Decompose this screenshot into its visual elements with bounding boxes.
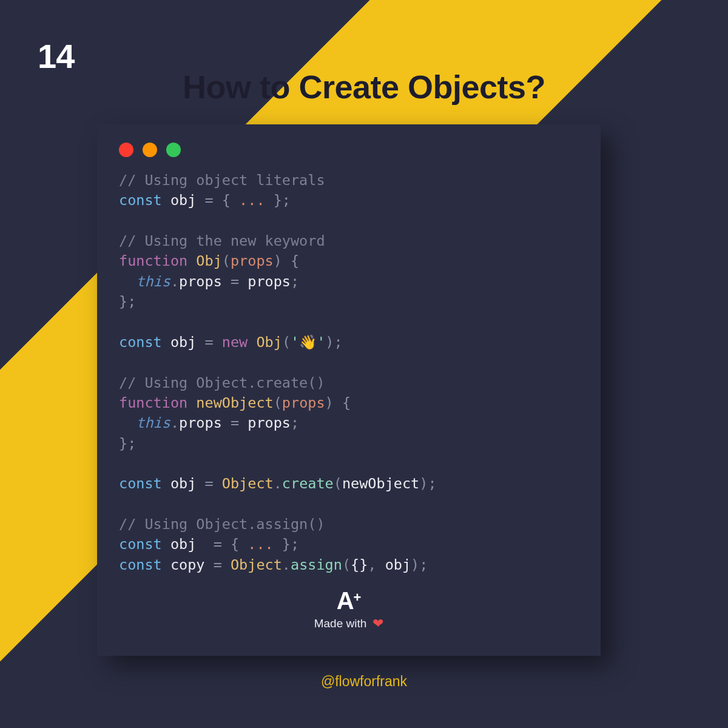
logo-plus: + [354, 590, 362, 605]
code-keyword: function [119, 252, 187, 269]
wave-emoji-icon: 👋 [299, 334, 317, 351]
code-punc: . [170, 414, 179, 431]
code-punc: ); [411, 556, 428, 573]
code-method: assign [291, 556, 342, 573]
code-punc: ) [325, 394, 334, 411]
code-punc: ( [222, 252, 231, 269]
code-var: copy [170, 556, 205, 573]
code-spread: ... [239, 192, 265, 209]
code-class: Object [222, 475, 274, 492]
code-var: obj [170, 334, 196, 351]
code-punc: . [282, 556, 291, 573]
code-punc: ( [282, 334, 291, 351]
code-punc: = { [196, 192, 239, 209]
code-arg: newObject [342, 475, 419, 492]
code-punc: ); [419, 475, 436, 492]
code-punc: . [274, 475, 282, 492]
code-punc: ); [325, 334, 342, 351]
code-space [248, 334, 256, 351]
social-handle: @flowforfrank [0, 673, 728, 690]
code-punc: }; [265, 192, 291, 209]
footer-logo: A+ [337, 587, 362, 615]
code-comment: // Using Object.create() [119, 374, 325, 391]
code-prop: props [248, 414, 291, 431]
code-punc: = { [205, 536, 248, 553]
logo-letter: A [337, 587, 352, 615]
code-punc: = [205, 556, 231, 573]
code-punc: = [222, 414, 248, 431]
code-punc: ; [291, 273, 299, 290]
minimize-icon [143, 143, 157, 157]
code-punc: { [334, 394, 351, 411]
footer: A+ Made with ❤ [119, 587, 579, 632]
code-punc: ; [291, 414, 299, 431]
footer-made-with: Made with ❤ [119, 616, 579, 632]
code-fn-name: newObject [196, 394, 273, 411]
code-var: obj [170, 536, 205, 553]
window-controls [119, 143, 579, 157]
code-punc: ) [274, 252, 282, 269]
code-method: create [282, 475, 334, 492]
code-keyword: const [119, 334, 162, 351]
code-punc: . [170, 273, 179, 290]
made-with-text: Made with [314, 617, 367, 630]
code-arg: obj [385, 556, 411, 573]
code-prop: props [179, 273, 222, 290]
code-keyword: new [222, 334, 248, 351]
code-keyword: function [119, 394, 187, 411]
code-param: props [282, 394, 325, 411]
code-spread: ... [248, 536, 273, 553]
code-class: Obj [256, 334, 281, 351]
code-keyword: const [119, 536, 162, 553]
code-var: obj [170, 192, 196, 209]
page-title: How to Create Objects? [0, 68, 728, 106]
code-this: this [136, 273, 170, 290]
code-keyword: const [119, 192, 162, 209]
code-keyword: const [119, 475, 162, 492]
code-punc: { [282, 252, 299, 269]
code-punc: = [196, 475, 221, 492]
code-punc: }; [119, 435, 136, 452]
code-prop: props [179, 414, 222, 431]
code-punc: ( [342, 556, 351, 573]
code-string: ' [317, 334, 325, 351]
code-block: // Using object literals const obj = { .… [119, 170, 579, 575]
code-punc: }; [119, 293, 136, 310]
code-window: // Using object literals const obj = { .… [97, 124, 601, 656]
heart-icon: ❤ [372, 616, 383, 632]
code-comment: // Using the new keyword [119, 232, 325, 249]
code-this: this [136, 414, 170, 431]
code-punc: ( [334, 475, 342, 492]
code-prop: props [248, 273, 291, 290]
code-param: props [231, 252, 274, 269]
code-arg: {} [351, 556, 368, 573]
code-punc: , [368, 556, 385, 573]
close-icon [119, 143, 133, 157]
code-keyword: const [119, 556, 162, 573]
code-punc: ( [274, 394, 282, 411]
code-punc: }; [274, 536, 299, 553]
code-punc: = [196, 334, 221, 351]
code-var: obj [170, 475, 196, 492]
code-comment: // Using Object.assign() [119, 516, 325, 533]
code-comment: // Using object literals [119, 172, 325, 189]
maximize-icon [166, 143, 181, 157]
code-string: ' [291, 334, 299, 351]
code-class: Object [231, 556, 282, 573]
code-fn-name: Obj [196, 252, 221, 269]
code-punc: = [222, 273, 248, 290]
